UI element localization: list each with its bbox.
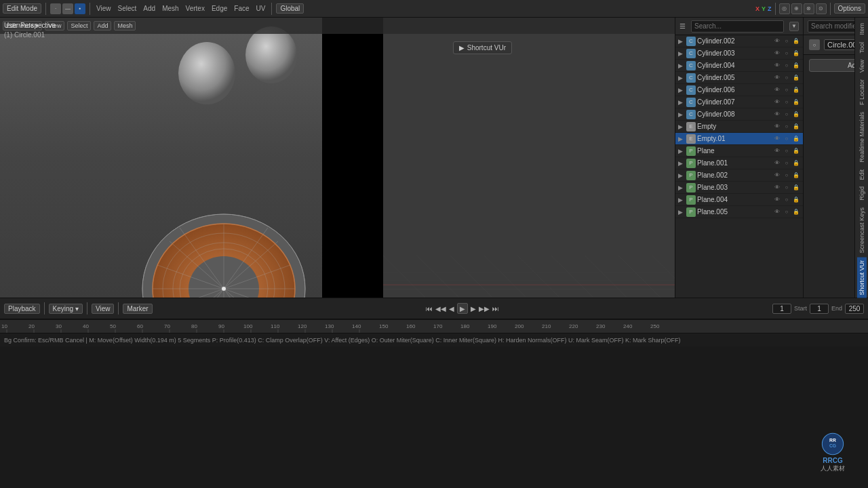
outliner-action-btn[interactable]: 🔒 [792,75,800,81]
snap-btn[interactable]: ⊙ [816,3,827,14]
outliner-action-btn[interactable]: 🔒 [792,184,800,190]
outliner-action-btn[interactable]: 👁 [773,50,781,56]
jump-start-btn[interactable]: ⏮ [426,305,433,312]
edge-mode-btn[interactable]: — [62,3,73,14]
outliner-expand-icon[interactable]: ▶ [678,111,685,118]
viewport-mesh-btn[interactable]: Mesh [114,21,136,30]
outliner-action-btn[interactable]: ○ [783,111,791,117]
outliner-expand-icon[interactable]: ▶ [678,62,685,69]
outliner-expand-icon[interactable]: ▶ [678,75,685,81]
tab-tool[interactable]: Tool [857,39,867,56]
outliner-item[interactable]: ▶CCylinder.004👁○🔒 [675,60,803,72]
outliner-action-btn[interactable]: 🔒 [792,172,800,178]
playback-btn[interactable]: Playback [4,304,40,314]
outliner-action-btn[interactable]: 👁 [773,172,781,178]
tab-screencast-keys[interactable]: Screencast Keys [857,205,867,256]
play-btn[interactable]: ▶ [457,303,468,314]
outliner-expand-icon[interactable]: ▶ [678,123,685,130]
outliner-action-btn[interactable]: 👁 [773,184,781,190]
jump-end-btn[interactable]: ⏭ [492,305,499,312]
outliner-item[interactable]: ▶PPlane👁○🔒 [675,145,803,157]
outliner-expand-icon[interactable]: ▶ [678,148,685,155]
face-menu[interactable]: Face [232,5,251,12]
torus-obj-circle001[interactable] [136,201,312,298]
outliner-action-btn[interactable]: 👁 [773,99,781,105]
outliner-search-input[interactable] [691,20,784,33]
outliner-item[interactable]: ▶CCylinder.003👁○🔒 [675,47,803,60]
tab-rigid[interactable]: Rigid [857,184,867,203]
outliner-action-btn[interactable]: 👁 [773,197,781,203]
gizmo-btn[interactable]: ⊗ [804,3,814,14]
outliner-item[interactable]: ▶PPlane.005👁○🔒 [675,206,803,218]
tab-shortcut-vur[interactable]: Shortcut VUr [857,258,867,298]
tab-item[interactable]: Item [857,20,867,38]
tab-realtime-materials[interactable]: Realtime Materials [857,109,867,165]
outliner-action-btn[interactable]: 🔒 [792,111,800,117]
outliner-action-btn[interactable]: 🔒 [792,209,800,215]
marker-btn[interactable]: Marker [123,304,152,314]
outliner-action-btn[interactable]: 🔒 [792,62,800,68]
uv-menu[interactable]: UV [254,5,268,12]
outliner-action-btn[interactable]: 👁 [773,160,781,166]
outliner-action-btn[interactable]: ○ [783,50,791,56]
outliner-filter-btn[interactable]: ▼ [789,22,799,31]
view-tl-btn[interactable]: View [92,304,115,314]
next-frame-btn[interactable]: ▶ [471,305,476,312]
outliner-action-btn[interactable]: ○ [783,38,791,44]
outliner-action-btn[interactable]: 🔒 [792,87,800,93]
outliner-action-btn[interactable]: ○ [783,172,791,178]
viewport-select-btn[interactable]: Select [67,21,91,30]
outliner-action-btn[interactable]: 🔒 [792,123,800,129]
outliner-action-btn[interactable]: ○ [783,209,791,215]
next-keyframe-btn[interactable]: ▶▶ [479,305,490,312]
outliner-expand-icon[interactable]: ▶ [678,209,685,216]
tab-edit[interactable]: Edit [857,167,867,183]
outliner-item[interactable]: ▶CCylinder.006👁○🔒 [675,84,803,96]
outliner-action-btn[interactable]: ○ [783,184,791,190]
outliner-item[interactable]: ▶EEmpty👁○🔒 [675,121,803,133]
outliner-action-btn[interactable]: 👁 [773,62,781,68]
outliner-action-btn[interactable]: ○ [783,62,791,68]
outliner-action-btn[interactable]: 🔒 [792,99,800,105]
edit-mode-btn[interactable]: Edit Mode [3,3,41,14]
vertex-menu[interactable]: Vertex [184,5,207,12]
outliner-item[interactable]: ▶PPlane.002👁○🔒 [675,169,803,182]
outliner-action-btn[interactable]: 🔒 [792,50,800,56]
outliner-action-btn[interactable]: ○ [783,197,791,203]
keying-btn[interactable]: Keying ▾ [49,304,83,314]
tab-f-locator[interactable]: F Locator [857,77,867,108]
outliner-action-btn[interactable]: 👁 [773,136,781,142]
outliner-item[interactable]: ▶CCylinder.008👁○🔒 [675,108,803,121]
outliner-expand-icon[interactable]: ▶ [678,87,685,94]
outliner-item[interactable]: ▶PPlane.004👁○🔒 [675,194,803,206]
outliner-expand-icon[interactable]: ▶ [678,160,685,167]
outliner-action-btn[interactable]: 👁 [773,75,781,81]
view-menu[interactable]: View [94,5,113,12]
outliner-item[interactable]: ▶CCylinder.005👁○🔒 [675,72,803,84]
shortcut-vur-panel[interactable]: ▶ Shortcut VUr [453,41,512,54]
outliner-expand-icon[interactable]: ▶ [678,99,685,106]
edge-menu[interactable]: Edge [210,5,229,12]
end-frame-input[interactable] [845,304,864,314]
outliner-item[interactable]: ▶EEmpty.01👁○🔒 [675,133,803,145]
outliner-expand-icon[interactable]: ▶ [678,197,685,203]
vertex-mode-btn[interactable]: · [50,3,61,14]
options-btn[interactable]: Options [834,3,865,14]
start-frame-input[interactable] [810,304,829,314]
outliner-action-btn[interactable]: 👁 [773,123,781,129]
outliner-action-btn[interactable]: 🔒 [792,197,800,203]
outliner-action-btn[interactable]: ○ [783,148,791,154]
transform-btn[interactable]: Global [276,3,304,14]
outliner-action-btn[interactable]: 🔒 [792,136,800,142]
outliner-expand-icon[interactable]: ▶ [678,172,685,179]
prev-frame-btn[interactable]: ◀ [449,305,454,312]
outliner-expand-icon[interactable]: ▶ [678,38,685,45]
mesh-menu[interactable]: Mesh [160,5,180,12]
outliner-action-btn[interactable]: 👁 [773,38,781,44]
outliner-action-btn[interactable]: ○ [783,75,791,81]
outliner-item[interactable]: ▶PPlane.001👁○🔒 [675,157,803,169]
outliner-expand-icon[interactable]: ▶ [678,50,685,57]
prev-keyframe-btn[interactable]: ◀◀ [435,305,446,312]
current-frame-input[interactable] [772,304,791,314]
outliner-action-btn[interactable]: ○ [783,160,791,166]
